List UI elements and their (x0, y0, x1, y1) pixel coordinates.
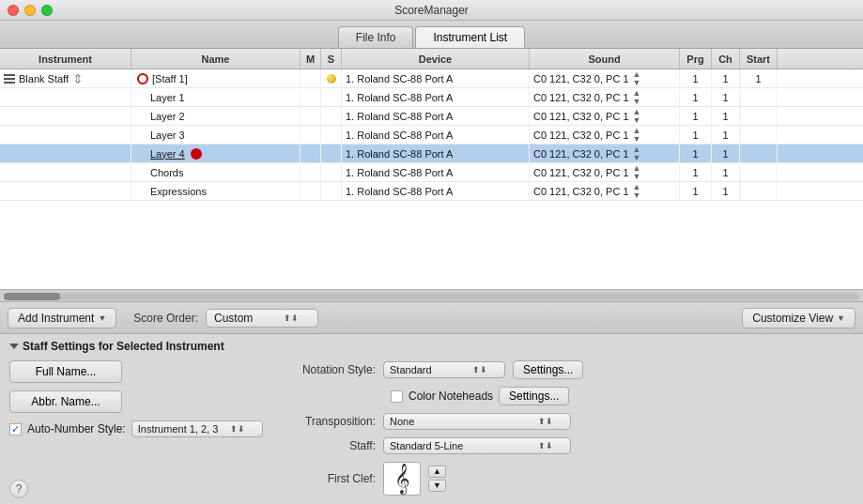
td-device: 1. Roland SC-88 Port A (342, 182, 530, 200)
transposition-label: Transposition: (291, 415, 376, 428)
select-arrow-icon: ⬆⬇ (472, 365, 487, 374)
drag-handle-icon: ⇕ (72, 71, 84, 86)
table-header: Instrument Name M S Device Sound Prg Ch … (0, 49, 863, 69)
td-start (740, 163, 778, 181)
td-m (301, 145, 321, 162)
td-name: Layer 3 (131, 126, 301, 144)
td-s (321, 69, 342, 87)
td-prg: 1 (680, 126, 712, 144)
td-instrument (0, 163, 131, 181)
td-device: 1. Roland SC-88 Port A (342, 107, 530, 125)
clef-stepper[interactable]: ▲ ▼ (428, 466, 446, 492)
staff-label: Staff: (291, 439, 376, 452)
full-name-row: Full Name... (9, 360, 272, 383)
td-name: Layer 4 (131, 145, 301, 162)
td-ch: 1 (712, 182, 740, 200)
active-indicator-icon[interactable] (191, 148, 202, 160)
scrollbar-thumb[interactable] (4, 293, 60, 300)
td-m (301, 163, 321, 181)
td-device: 1. Roland SC-88 Port A (342, 126, 530, 144)
td-sound: C0 121, C32 0, PC 1 ▲▼ (530, 69, 680, 87)
color-noteheads-checkbox[interactable] (391, 390, 403, 403)
td-prg: 1 (680, 182, 712, 200)
td-m (301, 126, 321, 144)
td-ch: 1 (712, 163, 740, 181)
score-order-select[interactable]: Custom ⬆⬇ (206, 309, 318, 328)
sound-stepper[interactable]: ▲▼ (633, 183, 641, 200)
settings-grid: Full Name... Abbr. Name... ✓ Auto-Number… (9, 360, 854, 497)
transposition-select[interactable]: None ⬆⬇ (383, 413, 571, 430)
select-arrow-icon: ⬆⬇ (538, 417, 553, 426)
td-ch: 1 (712, 69, 740, 87)
sound-stepper[interactable]: ▲▼ (633, 70, 641, 87)
add-instrument-button[interactable]: Add Instrument ▼ (8, 308, 116, 328)
notation-style-select[interactable]: Standard ⬆⬇ (383, 361, 505, 378)
full-name-button[interactable]: Full Name... (9, 360, 122, 383)
table-row[interactable]: Layer 1 1. Roland SC-88 Port A C0 121, C… (0, 88, 863, 107)
tabbar: File Info Instrument List (0, 21, 863, 49)
td-start: 1 (740, 69, 778, 87)
instrument-table: Instrument Name M S Device Sound Prg Ch … (0, 49, 863, 302)
select-arrow-icon: ⬆⬇ (284, 313, 299, 323)
th-prg: Prg (680, 49, 712, 69)
table-row[interactable]: Layer 3 1. Roland SC-88 Port A C0 121, C… (0, 126, 863, 145)
table-row[interactable]: Chords 1. Roland SC-88 Port A C0 121, C3… (0, 163, 863, 182)
help-button[interactable]: ? (9, 480, 28, 498)
auto-number-checkbox[interactable]: ✓ (9, 423, 22, 435)
solo-indicator-icon[interactable] (327, 74, 336, 84)
abbr-name-button[interactable]: Abbr. Name... (9, 390, 122, 413)
select-arrow-icon: ⬆⬇ (538, 441, 553, 451)
sound-stepper[interactable]: ▲▼ (633, 108, 641, 125)
sound-stepper[interactable]: ▲▼ (633, 145, 641, 162)
td-sound: C0 121, C32 0, PC 1 ▲▼ (530, 145, 680, 162)
hamburger-icon[interactable] (4, 74, 15, 84)
td-sound: C0 121, C32 0, PC 1 ▲▼ (530, 88, 680, 106)
tab-file-info[interactable]: File Info (338, 26, 414, 48)
close-button[interactable] (8, 5, 19, 16)
td-device: 1. Roland SC-88 Port A (342, 145, 530, 162)
table-row[interactable]: Blank Staff ⇕ [Staff 1] 1. Roland SC-88 … (0, 69, 863, 88)
score-order-label: Score Order: (133, 312, 198, 325)
clef-up-arrow-icon[interactable]: ▲ (428, 466, 446, 478)
mute-indicator-icon[interactable] (137, 73, 148, 84)
horizontal-scrollbar[interactable] (0, 289, 863, 302)
notation-style-row: Notation Style: Standard ⬆⬇ Settings... (291, 360, 854, 379)
td-ch: 1 (712, 145, 740, 162)
tab-instrument-list[interactable]: Instrument List (415, 26, 525, 48)
table-body: Blank Staff ⇕ [Staff 1] 1. Roland SC-88 … (0, 69, 863, 289)
staff-select[interactable]: Standard 5-Line ⬆⬇ (383, 437, 571, 454)
table-row[interactable]: Layer 2 1. Roland SC-88 Port A C0 121, C… (0, 107, 863, 126)
td-instrument (0, 182, 131, 200)
td-name: Chords (131, 163, 301, 181)
maximize-button[interactable] (41, 5, 53, 16)
first-clef-display: 𝄞 (383, 462, 421, 496)
clef-down-arrow-icon[interactable]: ▼ (428, 480, 446, 492)
minimize-button[interactable] (24, 5, 36, 16)
td-device: 1. Roland SC-88 Port A (342, 88, 530, 106)
td-prg: 1 (680, 163, 712, 181)
table-row[interactable]: Expressions 1. Roland SC-88 Port A C0 12… (0, 182, 863, 201)
td-s (321, 126, 342, 144)
td-m (301, 88, 321, 106)
section-title: Staff Settings for Selected Instrument (23, 340, 224, 353)
auto-number-select[interactable]: Instrument 1, 2, 3 ⬆⬇ (131, 420, 263, 437)
abbr-name-row: Abbr. Name... (9, 390, 272, 413)
sound-stepper[interactable]: ▲▼ (633, 164, 641, 181)
td-s (321, 145, 342, 162)
sound-stepper[interactable]: ▲▼ (633, 89, 641, 106)
th-ch: Ch (712, 49, 740, 69)
th-sound: Sound (530, 49, 680, 69)
table-row[interactable]: Layer 4 1. Roland SC-88 Port A C0 121, C… (0, 145, 863, 163)
sound-stepper[interactable]: ▲▼ (633, 127, 641, 144)
td-start (740, 107, 778, 125)
customize-view-button[interactable]: Customize View ▼ (742, 308, 855, 328)
td-name: Layer 2 (131, 107, 301, 125)
collapse-icon[interactable] (9, 344, 19, 349)
titlebar: ScoreManager (0, 0, 863, 21)
notation-settings-button[interactable]: Settings... (513, 360, 583, 379)
color-noteheads-settings-button[interactable]: Settings... (499, 387, 569, 405)
td-m (301, 182, 321, 200)
th-device: Device (342, 49, 530, 69)
td-s (321, 182, 342, 200)
bottom-toolbar: Add Instrument ▼ Score Order: Custom ⬆⬇ … (0, 302, 863, 334)
